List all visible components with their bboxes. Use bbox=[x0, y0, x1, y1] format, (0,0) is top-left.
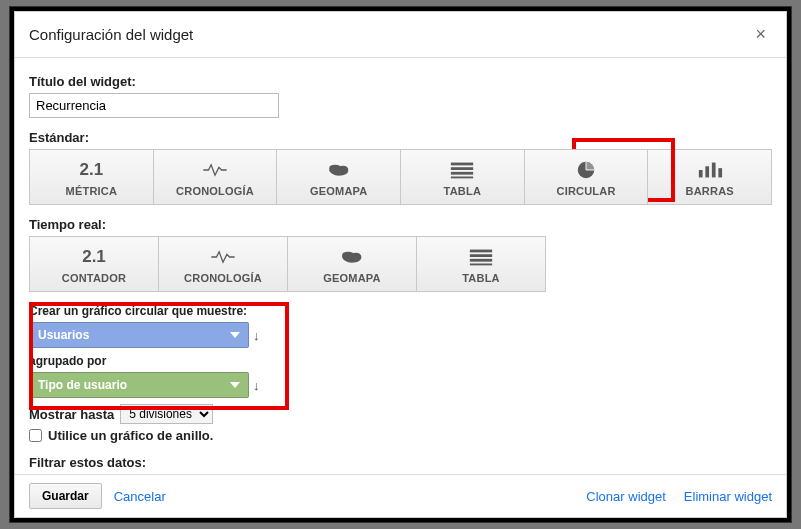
table-icon bbox=[449, 158, 475, 182]
widget-config-dialog: Configuración del widget × Título del wi… bbox=[9, 6, 792, 523]
svg-rect-10 bbox=[470, 254, 492, 257]
svg-rect-7 bbox=[712, 162, 716, 177]
realtime-label: Tiempo real: bbox=[29, 217, 772, 232]
table-icon bbox=[468, 245, 494, 269]
standard-type-row: 2.1MÉTRICACRONOLOGÍAGEOMAPATABLACIRCULAR… bbox=[29, 149, 772, 205]
standard-type-pie[interactable]: CIRCULAR bbox=[524, 149, 649, 205]
svg-rect-11 bbox=[470, 258, 492, 261]
metric-select-value: Usuarios bbox=[38, 328, 89, 342]
dialog-footer: Guardar Cancelar Clonar widget Eliminar … bbox=[15, 474, 786, 517]
svg-rect-0 bbox=[451, 162, 473, 165]
standard-type-table[interactable]: TABLA bbox=[400, 149, 525, 205]
svg-rect-8 bbox=[718, 168, 722, 177]
metric-21-icon: 2.1 bbox=[80, 158, 104, 182]
type-label: CRONOLOGÍA bbox=[176, 185, 254, 197]
metric-21-icon: 2.1 bbox=[82, 245, 106, 269]
map-icon bbox=[339, 245, 365, 269]
pie-icon bbox=[573, 158, 599, 182]
realtime-type-table[interactable]: TABLA bbox=[416, 236, 546, 292]
standard-type-geomap[interactable]: GEOMAPA bbox=[276, 149, 401, 205]
dialog-inner: Configuración del widget × Título del wi… bbox=[14, 11, 787, 518]
limit-prefix: Mostrar hasta bbox=[29, 407, 114, 422]
slices-select[interactable]: 5 divisiones bbox=[120, 404, 213, 424]
widget-title-input[interactable] bbox=[29, 93, 279, 118]
pulse-icon bbox=[202, 158, 228, 182]
filter-section-label: Filtrar estos datos: bbox=[29, 455, 772, 470]
donut-checkbox[interactable] bbox=[29, 429, 42, 442]
dialog-header: Configuración del widget × bbox=[15, 12, 786, 58]
svg-rect-2 bbox=[451, 171, 473, 174]
chevron-down-icon bbox=[230, 382, 240, 388]
arrow-down-icon: ↓ bbox=[253, 328, 260, 343]
standard-label: Estándar: bbox=[29, 130, 772, 145]
realtime-type-row: 2.1CONTADORCRONOLOGÍAGEOMAPATABLA bbox=[29, 236, 772, 292]
svg-rect-5 bbox=[699, 170, 703, 177]
type-label: TABLA bbox=[462, 272, 499, 284]
standard-type-timeline[interactable]: CRONOLOGÍA bbox=[153, 149, 278, 205]
svg-rect-12 bbox=[470, 263, 492, 265]
map-icon bbox=[326, 158, 352, 182]
realtime-type-counter[interactable]: 2.1CONTADOR bbox=[29, 236, 159, 292]
svg-rect-6 bbox=[705, 166, 709, 177]
type-label: CIRCULAR bbox=[557, 185, 616, 197]
cancel-link[interactable]: Cancelar bbox=[114, 489, 166, 504]
standard-type-metric[interactable]: 2.1MÉTRICA bbox=[29, 149, 154, 205]
dialog-content: Título del widget: Estándar: 2.1MÉTRICAC… bbox=[15, 58, 786, 474]
realtime-type-geomap[interactable]: GEOMAPA bbox=[287, 236, 417, 292]
type-label: CRONOLOGÍA bbox=[184, 272, 262, 284]
svg-rect-3 bbox=[451, 176, 473, 178]
type-label: CONTADOR bbox=[62, 272, 126, 284]
type-label: MÉTRICA bbox=[66, 185, 118, 197]
clone-widget-link[interactable]: Clonar widget bbox=[586, 489, 666, 504]
type-label: GEOMAPA bbox=[323, 272, 380, 284]
dialog-title: Configuración del widget bbox=[29, 26, 193, 43]
svg-rect-1 bbox=[451, 167, 473, 170]
delete-widget-link[interactable]: Eliminar widget bbox=[684, 489, 772, 504]
save-button[interactable]: Guardar bbox=[29, 483, 102, 509]
dimension-select[interactable]: Tipo de usuario bbox=[29, 372, 249, 398]
donut-label: Utilice un gráfico de anillo. bbox=[48, 428, 213, 443]
chevron-down-icon bbox=[230, 332, 240, 338]
type-label: BARRAS bbox=[686, 185, 734, 197]
pulse-icon bbox=[210, 245, 236, 269]
pie-show-label: Crear un gráfico circular que muestre: bbox=[29, 304, 772, 318]
svg-rect-9 bbox=[470, 249, 492, 252]
metric-select[interactable]: Usuarios bbox=[29, 322, 249, 348]
dimension-select-value: Tipo de usuario bbox=[38, 378, 127, 392]
arrow-down-icon: ↓ bbox=[253, 378, 260, 393]
widget-title-label: Título del widget: bbox=[29, 74, 772, 89]
grouped-by-label: agrupado por bbox=[29, 354, 772, 368]
close-icon[interactable]: × bbox=[749, 22, 772, 47]
bars-icon bbox=[697, 158, 723, 182]
realtime-type-timeline[interactable]: CRONOLOGÍA bbox=[158, 236, 288, 292]
standard-type-bars[interactable]: BARRAS bbox=[647, 149, 772, 205]
type-label: TABLA bbox=[444, 185, 481, 197]
type-label: GEOMAPA bbox=[310, 185, 367, 197]
